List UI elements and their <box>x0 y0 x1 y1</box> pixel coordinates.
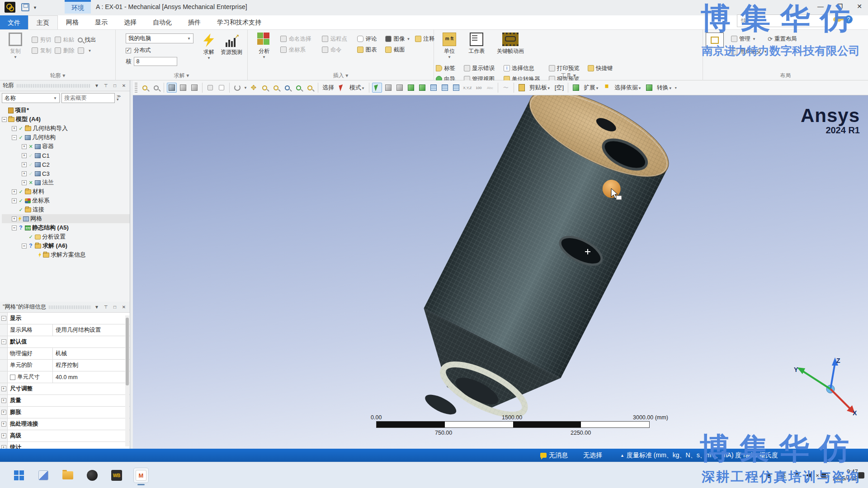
convert-dropdown[interactable]: 转换▼ <box>656 84 674 92</box>
close-button[interactable]: ✕ <box>853 3 866 10</box>
tree-item-geometry-import[interactable]: +✓几何结构导入 <box>2 124 130 133</box>
file-explorer-button[interactable] <box>61 468 75 483</box>
pan-icon[interactable]: ✥ <box>249 83 259 93</box>
details-section-quality[interactable]: +质量 <box>0 395 130 407</box>
remote-point-button[interactable]: 远程点 <box>320 33 355 44</box>
filter-body-icon[interactable] <box>417 83 427 93</box>
panel-maximize-icon[interactable]: □ <box>112 83 118 88</box>
element-size-checkbox[interactable] <box>10 375 15 380</box>
tree-item-c2[interactable]: +✓C2 <box>2 160 130 169</box>
filter-element-face-icon[interactable] <box>440 83 450 93</box>
distributed-checkbox[interactable] <box>126 48 131 53</box>
tab-selection[interactable]: 选择 <box>116 15 145 29</box>
tree-item-connections[interactable]: ✓连接 <box>2 205 130 214</box>
tree-item-c1[interactable]: +✓C1 <box>2 151 130 160</box>
tree-item-model[interactable]: −模型 (A4) <box>2 115 130 124</box>
coordinate-system-button[interactable]: 坐标系 <box>278 44 320 55</box>
panel-pin-icon[interactable]: ⊤ <box>103 305 109 310</box>
panel-menu-icon[interactable]: ▼ <box>94 83 100 88</box>
quick-launch-input[interactable]: 快 <box>737 14 827 27</box>
model-tree-button[interactable]: ▼ <box>76 45 93 56</box>
graphics-viewport[interactable]: Ansys 2024 R1 0.00 1500.00 3000.00 (mm) … <box>133 95 868 449</box>
details-section-advanced[interactable]: +高级 <box>0 430 130 442</box>
select-cursor-icon[interactable] <box>337 83 347 93</box>
wireframe-mode-icon[interactable] <box>178 83 188 93</box>
cores-input[interactable]: 8 <box>134 57 177 66</box>
tree-item-analysis-settings[interactable]: ✓分析设置 <box>2 232 130 241</box>
tree-item-flange[interactable]: +✕法兰 <box>2 178 130 187</box>
view-forward-icon[interactable] <box>151 83 161 93</box>
tray-network-icon[interactable] <box>794 462 800 488</box>
quick-access-caret-icon[interactable]: ▼ <box>33 5 37 10</box>
tab-learning[interactable]: 学习和技术支持 <box>209 15 269 29</box>
status-messages[interactable]: 无消息 <box>540 451 568 460</box>
minimize-button[interactable]: — <box>814 3 827 10</box>
manage-layout-button[interactable]: 管理▼ <box>729 33 758 44</box>
extend-cube-icon[interactable] <box>571 83 581 93</box>
status-units[interactable]: ▲ 度量标准 (mm、kg、N、s、mV、mA) 度 rad/s 摄氏度 <box>620 451 778 460</box>
taskbar-clock[interactable]: 9:47 2025/4/22 <box>833 462 858 488</box>
keyframe-animation-button[interactable]: 关键帧动画 <box>491 30 529 55</box>
filter-node-icon[interactable] <box>429 83 439 93</box>
zoom-in-icon[interactable] <box>260 83 270 93</box>
tab-mesh[interactable]: 网格 <box>58 15 87 29</box>
details-scrollbar[interactable] <box>125 315 129 446</box>
analysis-button[interactable]: 分析▼ <box>251 30 277 59</box>
mode-dropdown[interactable]: 模式▼ <box>348 84 366 92</box>
tray-chevron[interactable]: ∧ <box>754 462 759 488</box>
outline-panel-header[interactable]: 轮廓 ▼ ⊤ □ ✕ <box>0 80 130 91</box>
delete-button[interactable]: 删除 <box>53 45 76 56</box>
tab-display[interactable]: 显示 <box>87 15 116 29</box>
app-icon[interactable] <box>5 2 15 13</box>
zoom-fit-icon[interactable] <box>283 83 292 93</box>
license-key-icon[interactable] <box>833 17 841 22</box>
units-button[interactable]: m ft 单位▼ <box>437 30 462 59</box>
panel-maximize-icon[interactable]: □ <box>112 305 118 310</box>
full-screen-button[interactable] <box>706 33 724 48</box>
mechanical-app-button[interactable]: M <box>134 468 148 483</box>
toolbar-overflow-icon[interactable]: ▾ <box>675 86 677 90</box>
tree-item-coordinate-systems[interactable]: +✓坐标系 <box>2 196 130 205</box>
tab-addons[interactable]: 插件 <box>180 15 209 29</box>
filter-name-select[interactable]: 名称▼ <box>2 93 60 103</box>
filter-edge-icon[interactable] <box>395 83 405 93</box>
find-button[interactable]: 找出 <box>76 34 98 45</box>
reset-layout-button[interactable]: ⟳重置布局 <box>766 33 799 44</box>
tree-item-solution[interactable]: −?求解 (A6) <box>2 241 130 250</box>
distributed-checkbox-row[interactable]: 分布式 <box>126 47 193 54</box>
chart-button[interactable]: 图表 <box>355 44 383 55</box>
save-icon[interactable] <box>21 3 29 11</box>
filter-expand-icon[interactable]: ≫▾ <box>117 95 121 101</box>
worksheet-button[interactable]: 工作表 <box>464 30 489 55</box>
tab-automation[interactable]: 自动化 <box>145 15 180 29</box>
select-by-dropdown[interactable]: 选择依据▼ <box>613 84 643 92</box>
convert-cube-icon[interactable] <box>644 83 654 93</box>
details-section-sizing[interactable]: +尺寸调整 <box>0 383 130 395</box>
zoom-dynamic-icon[interactable] <box>305 83 315 93</box>
image-button[interactable]: 图像▼ <box>383 33 413 44</box>
tree-item-project[interactable]: 项目* <box>2 106 130 115</box>
panel-close-icon[interactable]: ✕ <box>121 305 127 310</box>
filter-element-icon[interactable] <box>451 83 461 93</box>
annotation-preference-icon[interactable] <box>217 83 226 93</box>
filter-multiselect-icon[interactable] <box>372 83 382 93</box>
meshed-vessel-model[interactable] <box>133 95 868 449</box>
tree-item-vessel[interactable]: +✕容器 <box>2 142 130 151</box>
show-mesh-icon[interactable] <box>189 83 199 93</box>
panel-pin-icon[interactable]: ⊤ <box>103 83 109 88</box>
tab-home[interactable]: 主页 <box>28 15 58 29</box>
resource-prediction-button[interactable]: ↗ 资源预测 <box>217 31 246 56</box>
details-row-physics[interactable]: 物理偏好机械 <box>0 348 130 360</box>
zoom-all-icon[interactable] <box>294 83 304 93</box>
comment-button[interactable]: 评论 <box>355 33 383 44</box>
extend-dropdown[interactable]: 扩展▼ <box>582 84 600 92</box>
solve-target-select[interactable]: 我的电脑▼ <box>126 33 193 43</box>
paste-button[interactable]: 粘贴 <box>53 34 76 45</box>
help-icon[interactable]: ? <box>844 15 853 23</box>
details-row-display-style[interactable]: 显示风格使用几何结构设置 <box>0 324 130 336</box>
tree-item-material[interactable]: +✓材料 <box>2 187 130 196</box>
section-plane-button[interactable]: 截面 <box>383 44 413 55</box>
zoom-box-icon[interactable] <box>271 83 281 93</box>
tray-language[interactable]: 英 <box>780 462 786 488</box>
pin-marker-icon[interactable] <box>602 83 612 93</box>
